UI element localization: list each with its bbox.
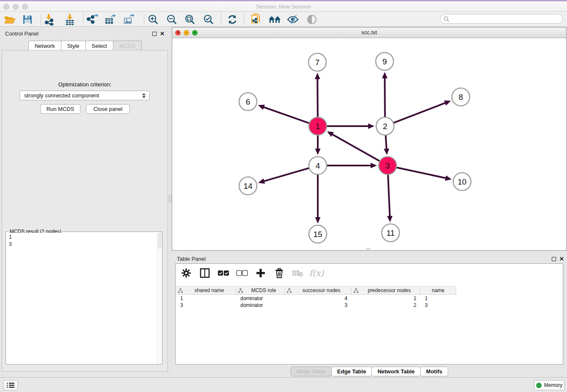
table-cell[interactable]: 3 bbox=[285, 302, 352, 309]
table-tab-motifs[interactable]: Motifs bbox=[420, 367, 448, 376]
shared-column-icon bbox=[178, 288, 183, 293]
table-cell[interactable]: 4 bbox=[285, 295, 352, 302]
shared-column-icon bbox=[287, 288, 292, 293]
table-cell[interactable]: 1 bbox=[176, 295, 236, 302]
toolbar-separator bbox=[221, 14, 221, 25]
graph-node-label: 3 bbox=[385, 161, 390, 170]
toolbar-separator bbox=[41, 14, 41, 25]
table-float-panel-icon[interactable] bbox=[552, 257, 556, 261]
graph-edge[interactable] bbox=[263, 168, 309, 182]
table-cell[interactable]: dominator bbox=[236, 295, 285, 302]
deselect-all-icon[interactable] bbox=[236, 267, 248, 279]
eye-icon[interactable] bbox=[305, 13, 319, 25]
shared-column-icon bbox=[238, 288, 243, 293]
graph-node-label: 9 bbox=[383, 57, 387, 66]
graph-edge[interactable] bbox=[332, 134, 380, 161]
trash-icon[interactable] bbox=[273, 267, 286, 279]
table-close-panel-icon[interactable]: ✕ bbox=[559, 256, 564, 262]
graph-edge[interactable] bbox=[385, 77, 385, 117]
refresh-icon[interactable] bbox=[225, 13, 239, 25]
column-header-shared-name[interactable]: shared name bbox=[176, 287, 236, 294]
network-window-titlebar[interactable]: ✕ − + scc.txt bbox=[172, 28, 566, 38]
zoom-in-icon[interactable] bbox=[146, 13, 160, 25]
tab-network[interactable]: Network bbox=[28, 41, 61, 50]
graph-node-label: 8 bbox=[459, 93, 463, 102]
graph-edge-arrowhead bbox=[258, 105, 265, 110]
export-table-icon[interactable] bbox=[103, 13, 118, 25]
table-cell[interactable]: 1 bbox=[352, 295, 421, 302]
table-cell[interactable]: 3 bbox=[421, 302, 456, 309]
graph-edge-arrowhead bbox=[445, 175, 452, 181]
save-icon[interactable] bbox=[20, 13, 35, 25]
tab-mcds[interactable]: MCDS bbox=[113, 41, 142, 50]
app-titlebar[interactable]: Session: New Session bbox=[0, 1, 567, 12]
graph-edge[interactable] bbox=[394, 103, 446, 123]
search-input[interactable] bbox=[449, 16, 562, 22]
import-network-icon[interactable] bbox=[42, 13, 57, 25]
table-cell[interactable]: 3 bbox=[176, 302, 236, 309]
add-column-icon[interactable] bbox=[254, 267, 267, 279]
graph-edge[interactable] bbox=[385, 135, 386, 149]
column-header-successor-nodes[interactable]: successor nodes bbox=[285, 287, 352, 294]
mcds-result-group: MCDS result (2 nodes) 1 3 bbox=[6, 232, 162, 364]
document-network-icon[interactable] bbox=[249, 13, 263, 25]
select-all-icon[interactable] bbox=[217, 267, 230, 279]
graph-edge[interactable] bbox=[388, 174, 390, 217]
network-graph[interactable]: 7968124310141511 bbox=[172, 38, 566, 251]
graph-edge[interactable] bbox=[263, 107, 309, 123]
column-header-label: shared name bbox=[183, 287, 236, 293]
table-cell[interactable]: 2 bbox=[352, 302, 421, 309]
columns-icon[interactable] bbox=[198, 267, 211, 279]
import-table-icon[interactable] bbox=[63, 13, 77, 25]
graph-edge-arrowhead bbox=[315, 149, 321, 155]
tab-style[interactable]: Style bbox=[61, 41, 86, 50]
gear-icon[interactable] bbox=[180, 267, 193, 279]
close-panel-icon[interactable]: ✕ bbox=[160, 30, 165, 37]
status-bar: Memory bbox=[0, 377, 567, 392]
column-header-mcds-role[interactable]: MCDS role bbox=[236, 287, 285, 294]
graph-edge-arrowhead bbox=[315, 217, 321, 224]
network-hscroll-thumb[interactable] bbox=[366, 248, 370, 250]
float-panel-icon[interactable] bbox=[152, 32, 157, 36]
export-image-icon[interactable] bbox=[122, 13, 136, 25]
column-header-name[interactable]: name bbox=[421, 287, 456, 294]
run-mcds-button[interactable]: Run MCDS bbox=[40, 104, 80, 114]
export-network-icon[interactable] bbox=[85, 13, 99, 25]
homes-icon[interactable] bbox=[267, 13, 282, 25]
table-tab-network-table[interactable]: Network Table bbox=[372, 367, 421, 376]
memory-status-icon bbox=[536, 383, 542, 388]
function-icon: f(x) bbox=[310, 267, 323, 279]
graph-node-label: 4 bbox=[316, 161, 320, 170]
table-cell[interactable]: dominator bbox=[236, 302, 285, 309]
folder-open-icon[interactable] bbox=[3, 13, 17, 25]
graph-node-label: 7 bbox=[315, 58, 320, 67]
column-header-predecessor-nodes[interactable]: predecessor nodes bbox=[352, 287, 421, 294]
close-panel-button[interactable]: Close panel bbox=[86, 104, 130, 114]
memory-button-label: Memory bbox=[544, 382, 562, 388]
graph-edge[interactable] bbox=[317, 78, 318, 117]
optimization-criterion-select[interactable]: strongly connected component bbox=[19, 91, 150, 100]
mcds-result-scrollbar[interactable] bbox=[157, 233, 162, 364]
tab-select[interactable]: Select bbox=[85, 41, 113, 50]
table-header-row[interactable]: shared nameMCDS rolesuccessor nodesprede… bbox=[176, 286, 456, 295]
graph-edge[interactable] bbox=[396, 167, 446, 178]
zoom-fit-icon[interactable] bbox=[183, 13, 197, 25]
toolbar-separator bbox=[244, 14, 244, 25]
network-canvas[interactable]: 7968124310141511 bbox=[172, 38, 566, 250]
panel-divider-grip[interactable] bbox=[169, 196, 172, 202]
table-cell[interactable]: 1 bbox=[421, 295, 456, 302]
table-tab-node-table[interactable]: Node Table bbox=[291, 367, 332, 376]
table-row[interactable]: 1dominator411 bbox=[176, 295, 456, 302]
column-header-label: MCDS role bbox=[243, 287, 284, 293]
table-toolbar: f(x) bbox=[176, 264, 563, 282]
search-box[interactable] bbox=[440, 14, 563, 24]
main-toolbar bbox=[0, 12, 567, 27]
table-tab-edge-table[interactable]: Edge Table bbox=[331, 367, 372, 376]
eye-slash-icon[interactable] bbox=[286, 13, 300, 25]
task-history-button[interactable] bbox=[3, 380, 18, 390]
zoom-selected-icon[interactable] bbox=[201, 13, 216, 25]
memory-button[interactable]: Memory bbox=[534, 380, 564, 390]
table-row[interactable]: 3dominator323 bbox=[176, 302, 456, 309]
zoom-out-icon[interactable] bbox=[165, 13, 179, 25]
mcds-result-text[interactable]: 1 3 bbox=[6, 233, 157, 364]
